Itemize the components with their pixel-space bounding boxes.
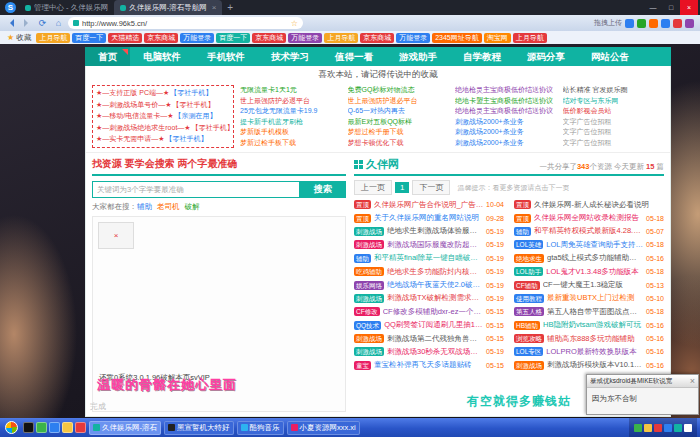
article-row[interactable]: 吃鸡辅助 绝地求生多功能防封内核破解第二版 05-19 [354, 265, 504, 278]
toolbar-icon[interactable] [625, 19, 634, 28]
bookmark-item[interactable]: 2345网址导航 [432, 33, 482, 43]
quick-launch-icon[interactable] [36, 422, 47, 433]
promo-link[interactable]: 文字广告位招租 [563, 127, 665, 138]
article-row[interactable]: 刺激战场 刺激战场拆模块版本V10.1破解版 05-16 [514, 359, 664, 372]
promo-link[interactable]: 梦想过检手册下载 [348, 127, 450, 138]
tray-icon[interactable] [684, 424, 692, 432]
back-icon[interactable] [4, 17, 17, 30]
promo-link[interactable]: 结对专区与东乐网 [563, 96, 665, 107]
nav-item[interactable]: 首页 [85, 47, 130, 66]
promo-link[interactable]: 世上最强防护必退平台 [240, 96, 342, 107]
prev-page-button[interactable]: 上一页 [354, 180, 392, 195]
forward-icon[interactable] [20, 17, 33, 30]
taskbar-task[interactable]: 黑宣誓机大特好 [164, 421, 234, 435]
promo-link[interactable]: 绝地枪灵主宝商极低价结送协议 [455, 85, 557, 96]
hot-keyword[interactable]: 辅助 [137, 202, 152, 211]
hot-keyword[interactable]: 破解 [185, 202, 200, 211]
article-row[interactable]: HB辅助 HB隐附奶vtsam游戏破解可玩 05-16 [514, 319, 664, 332]
nav-item[interactable]: 值得一看 [322, 47, 386, 66]
bookmark-item[interactable]: 万能登录 [396, 33, 430, 43]
promo-link[interactable]: 刺激战场2000+条业务 [455, 117, 557, 128]
nav-item[interactable]: 网站公告 [578, 47, 642, 66]
refresh-icon[interactable]: ⟳ [36, 17, 49, 30]
promo-link[interactable]: 绝地枪灵主宝商极低价结送协议 [455, 106, 557, 117]
article-row[interactable]: LOL助手 LOL鬼才V1.3.48多功能版本 05-18 [514, 265, 664, 278]
article-row[interactable]: 置顶 久伴娱乐网全网站收录检测报告 05-18 [514, 211, 664, 224]
article-row[interactable]: 辅助 和平精英final除草一键自瞄破解版 05-19 [354, 252, 504, 265]
tray-icon[interactable] [654, 424, 662, 432]
article-row[interactable]: 使用教程 最新重装UBTX上门过检测 05-10 [514, 292, 664, 305]
article-row[interactable]: 童宝 童宝检补弹再飞天多话题贴砖 05-15 [354, 359, 504, 372]
browser-tab-current[interactable]: 久伴娱乐网-溶石导航网 × [114, 0, 222, 15]
tray-icon[interactable] [634, 424, 642, 432]
toolbar-icon[interactable] [649, 19, 658, 28]
close-button[interactable]: × [680, 0, 698, 15]
toolbar-icon[interactable] [673, 19, 682, 28]
toolbar-icon[interactable] [685, 19, 694, 28]
quick-launch-icon[interactable] [62, 422, 73, 433]
article-row[interactable]: 绝地求生 gta5线上模式多功能辅助破解版 05-16 [514, 252, 664, 265]
taskbar-task[interactable]: 久伴娱乐网-溶石 [89, 421, 161, 435]
bookmark-item[interactable]: 百度一下 [216, 33, 250, 43]
promo-link[interactable]: 梦新过检手板下载 [240, 138, 342, 149]
bookmark-item[interactable]: 淘宝网 [484, 33, 511, 43]
article-row[interactable]: 刺激战场 刺激战场30秒杀无双战场破解版 05-19 [354, 345, 504, 358]
article-row[interactable]: CF修改 CF修改多模辅助dxr-ez一个小学生 05-15 [354, 305, 504, 318]
drag-upload-label[interactable]: 拖拽上传 [594, 18, 622, 28]
bookmark-item[interactable]: 万能登录 [288, 33, 322, 43]
promo-link[interactable]: 刺激战场2000+条业务 [455, 127, 557, 138]
promo-link[interactable]: 文字广告位招租 [563, 138, 665, 149]
favorites-button[interactable]: ★ 收藏 [4, 33, 34, 43]
bookmark-item[interactable]: 天猫精选 [108, 33, 142, 43]
start-button[interactable] [3, 419, 20, 436]
promo-featured-link[interactable]: ★—实卡无需申请—★【零社手机】 [96, 134, 230, 145]
current-page-button[interactable]: 1 [395, 182, 409, 193]
search-input[interactable] [92, 181, 300, 198]
browser-tab-admin[interactable]: 管理中心 - 久伴娱乐网 [19, 0, 114, 15]
promo-link[interactable]: 免费GQ秒标对物流态 [348, 85, 450, 96]
tray-icon[interactable] [674, 424, 682, 432]
tab-close-icon[interactable]: × [212, 3, 217, 12]
promo-link[interactable]: 梦新版手机模板 [240, 127, 342, 138]
promo-featured-link[interactable]: ★—支持正版 PC端—★【零社手机】 [96, 88, 230, 99]
promo-link[interactable]: 刺激战场2000+条业务 [455, 138, 557, 149]
article-row[interactable]: 第五人格 第五人格自带平面图战点永恒记录 05-18 [514, 305, 664, 318]
article-row[interactable]: 刺激战场 刺激战场国际服魔改防超器精简版 05-19 [354, 238, 504, 251]
taskbar-task[interactable]: 酷狗音乐 [237, 421, 284, 435]
bookmark-item[interactable]: 上月导航 [324, 33, 358, 43]
close-icon[interactable]: × [690, 376, 695, 386]
promo-link[interactable]: 低价影视会员站 [563, 106, 665, 117]
promo-link[interactable]: 绝地卡盟主宝商极低价结送协议 [455, 96, 557, 107]
maximize-button[interactable]: □ [662, 0, 680, 15]
nav-item[interactable]: 游戏助手 [386, 47, 450, 66]
article-row[interactable]: 浏览攻略 辅助高东888多玩功能辅助 05-16 [514, 332, 664, 345]
promo-link[interactable]: 最新E对五板QQ标样 [348, 117, 450, 128]
search-button[interactable]: 搜索 [300, 181, 346, 198]
article-row[interactable]: LOL英雄 LOL周免英雄查询助手支持一键领取 05-18 [514, 238, 664, 251]
promo-link[interactable]: 25元包龙无限流量卡19.9 [240, 106, 342, 117]
bookmark-item[interactable]: 百度一下 [72, 33, 106, 43]
article-row[interactable]: LOL专区 LOLPRO最新特效换肤版本 05-16 [514, 345, 664, 358]
article-row[interactable]: 辅助 和平精英特权模式最新版4.28.19-老哥版 05-07 [514, 225, 664, 238]
article-row[interactable]: 娱乐网络 绝地战场午夜蓝天使2.0破解版 05-19 [354, 278, 504, 291]
promo-link[interactable]: 无限流量卡1天1元 [240, 85, 342, 96]
toast-body-text[interactable]: 因为东不合制 [587, 388, 698, 414]
article-row[interactable]: 置顶 关于久伴娱乐网的重名网站说明 09-28 [354, 211, 504, 224]
promo-link[interactable]: 文字广告位招租 [563, 117, 665, 128]
promo-link[interactable]: 世上最强防护退必平台 [348, 96, 450, 107]
nav-item[interactable]: 电脑软件 [130, 47, 194, 66]
url-input[interactable]: http://www.96k5.cn/ [82, 19, 288, 28]
promo-featured-link[interactable]: ★—刺激战场单号价—★【零社手机】 [96, 100, 230, 111]
url-bar[interactable]: http://www.96k5.cn/ ☆ [68, 17, 303, 29]
article-row[interactable]: QQ技术 QQ刷赞签订阅通刷几里抽1G秒 05-15 [354, 319, 504, 332]
toolbar-icon[interactable] [661, 19, 670, 28]
quick-launch-icon[interactable] [75, 422, 86, 433]
promo-link[interactable]: 站长精准 官发娱乐圈 [563, 85, 665, 96]
promo-link[interactable]: Q-65一对热内再去 [348, 106, 450, 117]
article-row[interactable]: 刺激战场 刺激战场TX破解检测需求最新版 05-19 [354, 292, 504, 305]
promo-link[interactable]: 梦想卡顿优化下载 [348, 138, 450, 149]
tray-icon[interactable] [664, 424, 672, 432]
hot-keyword[interactable]: 老司机 [157, 202, 180, 211]
bookmark-item[interactable]: 万能登录 [180, 33, 214, 43]
article-row[interactable]: 置顶 久伴娱乐网广告合作说明_广告位价格说明 10-04 [354, 198, 504, 211]
